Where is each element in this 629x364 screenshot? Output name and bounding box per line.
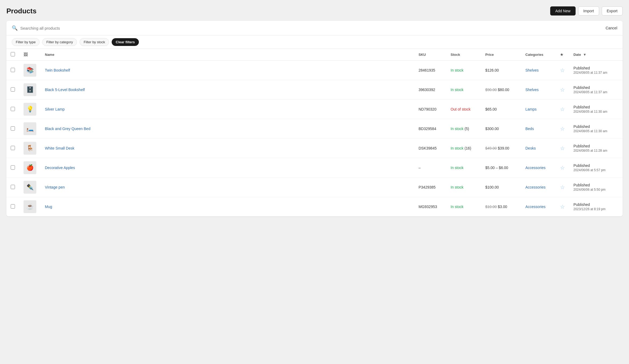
category-link[interactable]: Lamps	[525, 107, 537, 111]
stock-status: In stock	[451, 68, 463, 72]
row-checkbox-3[interactable]	[11, 126, 15, 131]
product-name-link[interactable]: Vintage pen	[45, 185, 65, 189]
product-name-link[interactable]: Twin Bookshelf	[45, 68, 70, 72]
product-thumb-emoji: 💡	[24, 103, 36, 116]
categories-header: Categories	[521, 49, 556, 61]
row-checkbox-6[interactable]	[11, 185, 15, 189]
filter-type-button[interactable]: Filter by type	[12, 38, 40, 46]
row-stock-cell: In stock	[446, 178, 481, 197]
price-original: $49.00	[485, 146, 497, 150]
row-price-cell: $100.00	[481, 178, 521, 197]
date-value: 2024/08/05 at 11:37 am	[573, 90, 607, 94]
product-thumbnail: 🍎	[24, 161, 36, 174]
date-header[interactable]: Date ▼	[569, 49, 623, 61]
star-button[interactable]: ☆	[560, 67, 565, 73]
row-checkbox-cell	[6, 100, 19, 119]
row-star-cell: ☆	[556, 139, 569, 158]
filter-bar: Filter by type Filter by category Filter…	[6, 36, 623, 49]
date-status: Published	[573, 202, 590, 207]
row-sku-cell: 39630392	[414, 80, 446, 100]
category-link[interactable]: Shelves	[525, 88, 539, 92]
row-checkbox-7[interactable]	[11, 204, 15, 209]
date-value: 2024/06/06 at 5:57 pm	[573, 168, 605, 172]
price-sale: $80.00	[498, 88, 509, 92]
featured-header[interactable]: ★	[556, 49, 569, 61]
table-row: 🛏️ Black and Grey Queen Bed BD329584 In …	[6, 119, 623, 139]
row-thumb-cell: 💡	[19, 100, 41, 119]
product-name-link[interactable]: Silver Lamp	[45, 107, 65, 111]
category-link[interactable]: Beds	[525, 127, 534, 131]
stock-status: In stock	[451, 166, 463, 170]
filter-stock-button[interactable]: Filter by stock	[80, 38, 109, 46]
search-input[interactable]	[20, 26, 603, 30]
price: $100.00	[485, 185, 499, 189]
product-thumb-emoji: 🍎	[24, 161, 36, 174]
row-checkbox-4[interactable]	[11, 146, 15, 150]
row-checkbox-1[interactable]	[11, 87, 15, 92]
row-stock-cell: In stock	[446, 61, 481, 80]
page-header: Products Add New Import Export	[6, 6, 623, 15]
star-button[interactable]: ☆	[560, 203, 565, 210]
product-name-link[interactable]: Black 5-Level Bookshelf	[45, 88, 85, 92]
row-name-cell: Mug	[41, 197, 414, 217]
price: $300.00	[485, 127, 499, 131]
star-button[interactable]: ☆	[560, 126, 565, 132]
row-checkbox-cell	[6, 158, 19, 178]
product-name-link[interactable]: Mug	[45, 205, 52, 209]
row-category-cell: Accessories	[521, 197, 556, 217]
date-status: Published	[573, 105, 590, 109]
clear-filters-button[interactable]: Clear filters	[112, 38, 139, 46]
price: $65.00	[485, 107, 497, 111]
row-star-cell: ☆	[556, 100, 569, 119]
star-button[interactable]: ☆	[560, 184, 565, 190]
stock-status: In stock	[451, 146, 463, 150]
star-button[interactable]: ☆	[560, 145, 565, 151]
name-header[interactable]: Name	[41, 49, 414, 61]
stock-count: (5)	[464, 127, 469, 131]
row-date-cell: Published 2024/08/05 at 11:37 am	[569, 61, 623, 80]
row-stock-cell: In stock (5)	[446, 119, 481, 139]
product-thumbnail: ✒️	[24, 181, 36, 194]
date-value: 2023/12/26 at 8:19 pm	[573, 207, 605, 211]
row-price-cell: $90.00$80.00	[481, 80, 521, 100]
row-thumb-cell: ✒️	[19, 178, 41, 197]
stock-status: Out of stock	[451, 107, 471, 111]
table-row: ☕ Mug MG932953 In stock$10.00$3.00 Acces…	[6, 197, 623, 217]
row-checkbox-2[interactable]	[11, 107, 15, 111]
row-sku-cell: DSK39845	[414, 139, 446, 158]
filter-category-button[interactable]: Filter by category	[42, 38, 77, 46]
export-button[interactable]: Export	[602, 6, 623, 15]
date-status: Published	[573, 85, 590, 90]
category-link[interactable]: Accessories	[525, 205, 545, 209]
category-link[interactable]: Shelves	[525, 68, 539, 72]
cancel-button[interactable]: Cancel	[605, 26, 617, 30]
date-status: Published	[573, 144, 590, 148]
table-row: 🗄️ Black 5-Level Bookshelf 39630392 In s…	[6, 80, 623, 100]
product-name-link[interactable]: White Small Desk	[45, 146, 74, 150]
product-name-link[interactable]: Black and Grey Queen Bed	[45, 127, 90, 131]
row-category-cell: Lamps	[521, 100, 556, 119]
row-checkbox-0[interactable]	[11, 68, 15, 72]
star-button[interactable]: ☆	[560, 106, 565, 112]
row-sku-cell: –	[414, 158, 446, 178]
select-all-checkbox[interactable]	[11, 52, 15, 56]
price-sale: $39.00	[498, 146, 509, 150]
product-name-link[interactable]: Decorative Apples	[45, 166, 75, 170]
row-checkbox-cell	[6, 80, 19, 100]
row-checkbox-5[interactable]	[11, 165, 15, 170]
star-button[interactable]: ☆	[560, 87, 565, 93]
date-status: Published	[573, 66, 590, 70]
row-checkbox-cell	[6, 178, 19, 197]
category-link[interactable]: Accessories	[525, 166, 545, 170]
row-sku-cell: 28461935	[414, 61, 446, 80]
star-button[interactable]: ☆	[560, 165, 565, 171]
import-button[interactable]: Import	[578, 6, 599, 15]
row-category-cell: Accessories	[521, 158, 556, 178]
category-link[interactable]: Accessories	[525, 185, 545, 189]
row-name-cell: Black 5-Level Bookshelf	[41, 80, 414, 100]
add-new-button[interactable]: Add New	[550, 6, 576, 15]
row-sku-cell: P3429385	[414, 178, 446, 197]
category-link[interactable]: Desks	[525, 146, 536, 150]
row-stock-cell: In stock	[446, 80, 481, 100]
row-date-cell: Published 2024/08/05 at 11:28 am	[569, 139, 623, 158]
